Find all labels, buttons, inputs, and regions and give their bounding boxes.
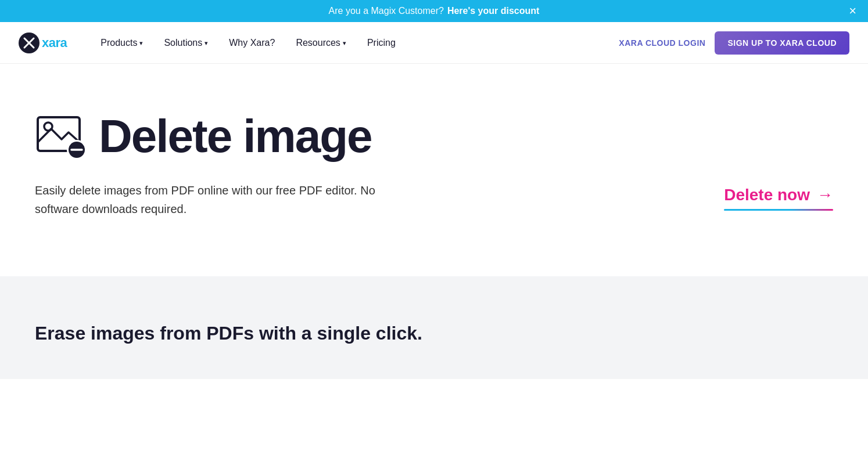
nav-why-label: Why Xara? [229,38,275,48]
chevron-down-icon: ▾ [343,39,346,47]
signup-button[interactable]: SIGN UP TO XARA CLOUD [715,31,849,55]
nav-solutions-label: Solutions [164,38,202,48]
hero-title-row: Delete image [35,110,833,163]
logo-text: xara [42,35,67,50]
nav-item-pricing[interactable]: Pricing [357,33,406,53]
promo-banner: Are you a Magix Customer? Here's your di… [0,0,868,22]
hero-section: Delete image Easily delete images from P… [0,64,868,276]
nav-item-resources[interactable]: Resources ▾ [285,33,356,53]
hero-title: Delete image [99,113,372,160]
chevron-down-icon: ▾ [205,39,208,47]
hero-description: Easily delete images from PDF online wit… [35,181,383,218]
banner-text-bold: Here's your discount [447,6,540,16]
nav-links: Products ▾ Solutions ▾ Why Xara? Resourc… [90,33,619,53]
login-button[interactable]: XARA CLOUD LOGIN [619,38,705,48]
nav-pricing-label: Pricing [367,38,396,48]
hero-cta: Delete now → [724,186,833,211]
delete-now-link[interactable]: Delete now → [724,186,833,204]
hero-body: Easily delete images from PDF online wit… [35,181,833,218]
nav-item-products[interactable]: Products ▾ [90,33,153,53]
logo-icon [19,33,40,53]
cta-label: Delete now [724,186,810,204]
nav-products-label: Products [101,38,137,48]
chevron-down-icon: ▾ [139,39,143,47]
nav-resources-label: Resources [296,38,340,48]
banner-text-regular: Are you a Magix Customer? [329,6,444,16]
banner-close-button[interactable]: × [849,5,856,17]
features-title: Erase images from PDFs with a single cli… [35,323,442,344]
nav-actions: XARA CLOUD LOGIN SIGN UP TO XARA CLOUD [619,31,849,55]
main-nav: xara Products ▾ Solutions ▾ Why Xara? Re… [0,22,868,64]
features-section: Erase images from PDFs with a single cli… [0,276,868,379]
svg-point-3 [44,122,52,131]
arrow-icon: → [817,186,833,204]
cta-underline [724,209,833,211]
delete-image-icon [35,110,87,163]
logo-link[interactable]: xara [19,33,67,53]
nav-item-why-xara[interactable]: Why Xara? [218,33,285,53]
nav-item-solutions[interactable]: Solutions ▾ [153,33,218,53]
